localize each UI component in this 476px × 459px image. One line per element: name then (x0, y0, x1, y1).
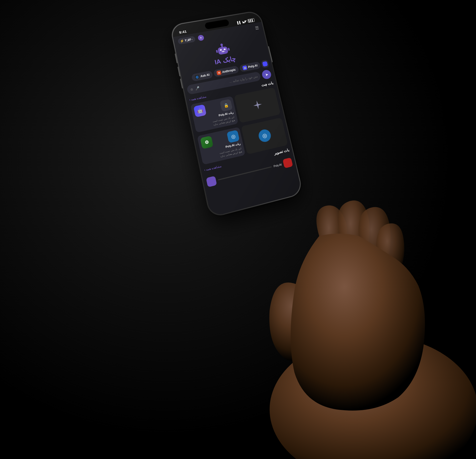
poly-tab-label: Poly.AI (248, 64, 258, 69)
plus-icon: + (199, 35, 203, 40)
see-all-image-label: مشاهده همه (206, 164, 222, 172)
svg-marker-9 (252, 100, 263, 110)
signal-icon: ▌▌ (237, 21, 242, 25)
wifi-icon: ◣◤ (242, 20, 247, 24)
chevron-icon-2: ‹ (204, 168, 206, 172)
strip-icon-1 (206, 176, 217, 187)
strip-label: Poly.AI (273, 163, 282, 168)
poly-tab-icon: 🤖 (242, 65, 247, 70)
svg-rect-8 (228, 48, 230, 51)
credits-badge[interactable]: ⚡ ۲,۵۴۰ (178, 36, 196, 45)
bot-card-poly1[interactable]: 🤖 🔒 ربات Poly.AI این یک متن تست است (190, 96, 238, 133)
add-icon[interactable]: ⊕ (190, 87, 194, 92)
send-button[interactable]: ➤ (261, 69, 272, 80)
see-all-image[interactable]: ‹ مشاهده همه (204, 164, 222, 172)
sparkle-icon (250, 98, 265, 112)
poly-avatar-1: 🤖 (193, 104, 207, 117)
anthropic-tab-label: Anthropic (222, 68, 236, 74)
section-title-image: بات تصویر (274, 148, 290, 156)
circle-logo: ◎ (257, 128, 272, 143)
add-credits-button[interactable]: + (197, 34, 204, 41)
svg-rect-7 (216, 50, 218, 53)
robot-icon (214, 41, 231, 57)
credits-text: ۲,۵۴۰ (184, 37, 193, 42)
mic-icon[interactable]: 🎤 (195, 86, 200, 91)
svg-point-6 (220, 43, 223, 46)
strip-icon-2 (283, 158, 293, 168)
status-time: 9:41 (179, 29, 187, 34)
bot-card-sparkle[interactable] (234, 87, 281, 123)
poly-avatar-2: ⚙ (200, 136, 213, 149)
battery-icon: ▌▌▌ (247, 18, 255, 23)
askai-tab-icon: 🌀 (194, 75, 200, 80)
svg-rect-1 (217, 46, 229, 55)
lock-icon: 🔒 (220, 99, 233, 112)
menu-button[interactable]: ☰ (255, 25, 260, 31)
circle-icon: ◎ (227, 130, 240, 143)
send-icon: ➤ (265, 72, 268, 77)
anthropic-tab-icon: ✳ (216, 70, 221, 76)
scene: 9:41 ▌▌ ◣◤ ▌▌▌ ⚡ ۲,۵۴۰ (0, 0, 476, 459)
askai-tab-label: Ask AI (200, 73, 210, 78)
lightning-icon: ⚡ (180, 39, 184, 43)
chevron-icon: ‹ (189, 98, 191, 102)
hamburger-icon: ☰ (255, 25, 260, 30)
